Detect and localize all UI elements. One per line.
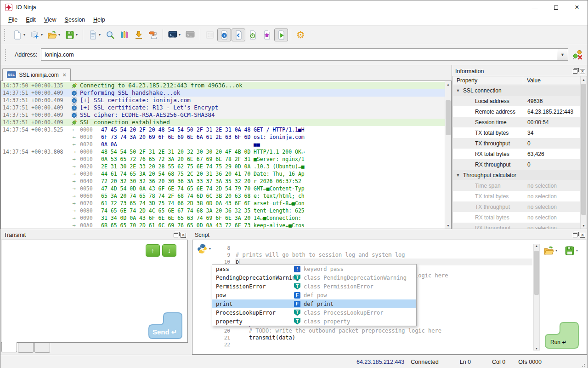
log-scrollbar[interactable]: ▲ ▼ bbox=[445, 81, 451, 229]
bottom-splitter[interactable] bbox=[188, 229, 192, 355]
property-row[interactable]: ▼ RX throughput no selection bbox=[453, 223, 580, 229]
info-scrollbar[interactable]: ▲ ▼ bbox=[580, 76, 587, 229]
log-event-row[interactable]: 14:37:51 +00:00.409 [+] SSL certificate:… bbox=[1, 97, 445, 104]
property-row[interactable]: ▼ Remote address 64.23.185.212:443 bbox=[453, 106, 580, 117]
addressbar-grip[interactable] bbox=[5, 49, 7, 61]
log-event-row[interactable]: 14:37:51 +00:00.409 SSL connection estab… bbox=[1, 119, 445, 126]
transmit-editor[interactable]: ↑ ↓ Send ↵ bbox=[1, 240, 188, 343]
packet-row[interactable]: 14:37:54 +00:03.808 → 0000 48 54 54 50 2… bbox=[1, 148, 445, 155]
menu-item[interactable]: Help bbox=[89, 15, 109, 24]
open-script-button[interactable]: ▾ bbox=[542, 244, 560, 258]
property-row[interactable]: ▼ SSL connection bbox=[453, 85, 580, 96]
property-row[interactable]: ▼ Local address 49636 bbox=[453, 96, 580, 106]
scroll-up-icon[interactable]: ▲ bbox=[534, 244, 539, 247]
property-row[interactable]: ▼ RX throughput 0 bbox=[453, 159, 580, 170]
close-panel-icon[interactable]: × bbox=[580, 233, 585, 238]
packet-row[interactable]: → 0030 44 61 74 65 3A 20 54 68 75 2C 20 … bbox=[1, 170, 445, 178]
session-log-view[interactable]: 14:37:50 +00:00.135 Connecting to 64.23.… bbox=[0, 80, 452, 229]
property-row[interactable]: ▼ TX throughput 0 bbox=[453, 138, 580, 149]
float-panel-icon[interactable] bbox=[174, 233, 178, 237]
chevron-down-icon[interactable]: ▾ bbox=[58, 33, 60, 37]
float-panel-icon[interactable] bbox=[573, 233, 577, 237]
transmit-panel-toggle[interactable] bbox=[232, 29, 245, 41]
python-menu-button[interactable]: ▾ bbox=[197, 244, 211, 254]
collapse-arrow-icon[interactable]: ▼ bbox=[453, 88, 463, 93]
new-session-button[interactable]: ▾ bbox=[28, 29, 45, 41]
log-event-row[interactable]: 14:37:51 +00:00.409 [+] SSL certificate:… bbox=[1, 104, 445, 111]
script-scrollbar-thumb[interactable] bbox=[534, 251, 539, 295]
property-row[interactable]: ▼ Time span no selection bbox=[453, 180, 580, 191]
address-input[interactable] bbox=[41, 48, 557, 61]
menu-item[interactable]: View bbox=[40, 15, 61, 24]
resize-grip[interactable] bbox=[582, 362, 586, 367]
property-row[interactable]: ▼ RX total bytes no selection bbox=[453, 212, 580, 223]
chevron-down-icon[interactable]: ▾ bbox=[555, 249, 557, 253]
new-file-button[interactable]: ▾ bbox=[11, 29, 28, 41]
packet-row[interactable]: → 0040 72 20 32 30 32 36 20 30 36 3A 33 … bbox=[1, 178, 445, 185]
history-up-button[interactable]: ↑ bbox=[146, 244, 160, 257]
column-header-property[interactable]: Property bbox=[453, 77, 523, 84]
address-dropdown-button[interactable]: ▼ bbox=[557, 48, 568, 61]
terminal-button[interactable]: ▾ bbox=[166, 29, 183, 41]
packet-row[interactable]: → 0090 31 34 0D 0A 43 6F 6E 6E 65 63 74 … bbox=[1, 214, 445, 222]
settings-button[interactable]: ⚙ bbox=[294, 29, 307, 41]
code-line[interactable]: 9 # prints will go both to session log a… bbox=[218, 252, 532, 259]
code-line[interactable]: 21 transmit(data) bbox=[218, 334, 532, 341]
minimize-button[interactable]: — bbox=[524, 0, 545, 14]
script-scrollbar[interactable]: ▲ ▼ bbox=[533, 244, 540, 351]
property-row[interactable]: ▼ RX total bytes 63,426 bbox=[453, 149, 580, 159]
packet-row[interactable]: 14:37:54 +00:03.525 ← 0000 47 45 54 20 2… bbox=[1, 126, 445, 133]
completion-item[interactable]: PermissionError T class PermissionError bbox=[212, 282, 416, 291]
log-scrollbar-thumb[interactable] bbox=[446, 100, 451, 135]
find-button[interactable] bbox=[103, 29, 117, 41]
completion-item[interactable]: pow F def pow bbox=[212, 291, 416, 299]
log-preproc-button[interactable] bbox=[146, 29, 160, 41]
transmit-mode-tab[interactable] bbox=[18, 343, 34, 353]
tab-close-icon[interactable]: × bbox=[63, 72, 66, 78]
packet-row[interactable]: → 0010 0A 53 65 72 76 65 72 3A 20 6E 67 … bbox=[1, 155, 445, 163]
information-panel-toggle[interactable] bbox=[217, 29, 231, 41]
code-line[interactable]: 22 bbox=[218, 341, 532, 348]
send-button[interactable]: Send ↵ bbox=[147, 312, 184, 339]
menu-item[interactable]: Session bbox=[61, 15, 89, 24]
log-event-row[interactable]: 14:37:50 +00:00.135 Connecting to 64.23.… bbox=[1, 82, 445, 89]
packet-row[interactable]: → 0050 47 4D 54 0D 0A 43 6F 6E 74 65 6E … bbox=[1, 185, 445, 192]
chevron-down-icon[interactable]: ▾ bbox=[179, 33, 181, 37]
log-event-row[interactable]: 14:37:51 +00:00.409 SSL cipher: ECDHE-RS… bbox=[1, 111, 445, 119]
property-row[interactable]: ▼ Throughput calculator bbox=[453, 170, 580, 180]
session-tab[interactable]: SSL SSL ioninja.com × bbox=[2, 68, 71, 81]
packet-row[interactable]: ← 0010 6F 73 74 3A 20 69 6F 6E 69 6E 6A … bbox=[1, 133, 445, 141]
completion-item[interactable]: print F def print bbox=[212, 299, 416, 308]
log-file-button[interactable]: ▾ bbox=[86, 29, 103, 41]
float-panel-icon[interactable] bbox=[573, 69, 577, 74]
chevron-down-icon[interactable]: ▾ bbox=[76, 33, 78, 37]
property-row[interactable]: ▼ Session time 00:00:54 bbox=[453, 117, 580, 127]
close-button[interactable]: × bbox=[566, 0, 588, 14]
scroll-up-icon[interactable]: ▲ bbox=[581, 76, 587, 83]
save-script-button[interactable]: ▾ bbox=[562, 244, 580, 258]
highlighter-button[interactable] bbox=[118, 29, 131, 41]
close-panel-icon[interactable]: × bbox=[181, 233, 186, 238]
chevron-down-icon[interactable]: ▾ bbox=[99, 33, 101, 37]
completion-item[interactable]: PendingDeprecationWarning T class Pendin… bbox=[212, 273, 416, 282]
disconnect-plugs-icon[interactable] bbox=[572, 49, 583, 60]
import-log-button[interactable] bbox=[132, 29, 146, 41]
save-file-button[interactable]: ▾ bbox=[63, 29, 80, 41]
packet-row[interactable]: → 0070 61 72 73 65 74 3D 75 74 66 2D 38 … bbox=[1, 200, 445, 207]
code-line[interactable]: 20 # TODO: write the outbound packet pre… bbox=[218, 328, 532, 334]
completion-item[interactable]: property T class property bbox=[212, 317, 416, 326]
scroll-up-icon[interactable]: ▲ bbox=[445, 81, 451, 87]
menu-item[interactable]: File bbox=[4, 15, 22, 24]
chevron-down-icon[interactable]: ▾ bbox=[209, 247, 211, 251]
chevron-down-icon[interactable]: ▾ bbox=[576, 249, 578, 253]
column-header-value[interactable]: Value bbox=[523, 76, 580, 85]
packet-row[interactable]: ← 0020 0A 0A ■■ bbox=[1, 141, 445, 148]
collapse-arrow-icon[interactable]: ▼ bbox=[453, 173, 463, 178]
code-line[interactable]: 8 bbox=[218, 245, 532, 252]
info-scrollbar-thumb[interactable] bbox=[581, 84, 586, 215]
bookmarks-toggle[interactable] bbox=[260, 29, 274, 41]
toolbar-grip[interactable] bbox=[4, 29, 6, 41]
packet-row[interactable]: → 0080 74 65 6E 74 2D 4C 65 6E 67 74 68 … bbox=[1, 207, 445, 214]
property-row[interactable]: ▼ TX total bytes no selection bbox=[453, 191, 580, 201]
property-row[interactable]: ▼ TX total bytes 34 bbox=[453, 127, 580, 138]
